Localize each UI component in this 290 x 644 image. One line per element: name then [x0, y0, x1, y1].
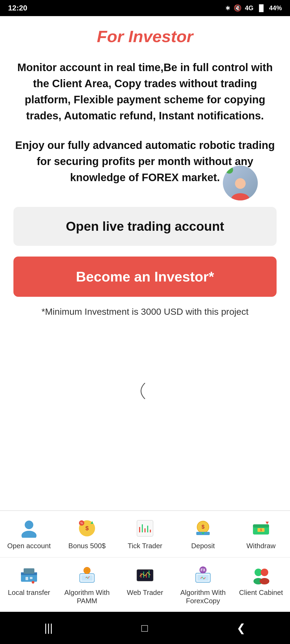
deposit-icon: $ — [192, 518, 214, 539]
status-time: 12:20 — [8, 4, 27, 12]
battery-icon: 44% — [269, 4, 282, 12]
svg-rect-28 — [26, 577, 28, 580]
svg-rect-21 — [253, 524, 269, 528]
algorithm-pamm-icon — [76, 564, 98, 586]
bottom-navigation: Open account $ % Bonus 500$ — [0, 510, 290, 612]
web-trader-icon — [134, 564, 156, 586]
web-trader-label: Web Trader — [127, 588, 163, 597]
svg-text:$: $ — [85, 525, 89, 532]
local-transfer-label: Local transfer — [8, 588, 50, 597]
algorithm-forexcopy-label: Algorithm With ForexCopy — [175, 588, 231, 605]
online-indicator — [226, 166, 233, 174]
svg-text:FX: FX — [201, 568, 206, 572]
network-icon: 4G — [245, 4, 253, 12]
nav-row-2: Local transfer Algorithm With PAMM — [0, 557, 290, 612]
svg-rect-32 — [81, 575, 93, 581]
bonus-label: Bonus 500$ — [68, 542, 106, 550]
system-navigation: ||| □ ❮ — [0, 612, 290, 644]
status-icons: ∗ 🔇 4G ▐▌ 44% — [225, 4, 282, 12]
svg-rect-29 — [30, 577, 32, 579]
svg-text:$: $ — [260, 528, 262, 532]
home-button[interactable]: □ — [142, 622, 148, 634]
nav-tick-trader[interactable]: Tick Trader — [116, 515, 174, 553]
tick-trader-icon — [134, 518, 156, 539]
svg-point-1 — [231, 193, 249, 200]
algorithm-forexcopy-icon: FX — [192, 564, 214, 586]
nav-bonus[interactable]: $ % Bonus 500$ — [58, 515, 116, 553]
menu-button[interactable]: ||| — [44, 622, 53, 634]
svg-point-3 — [25, 521, 33, 529]
svg-rect-37 — [137, 570, 153, 581]
nav-withdraw[interactable]: $ Withdraw — [232, 515, 290, 553]
curve-decoration — [13, 383, 277, 403]
become-investor-button[interactable]: Become an Investor* — [13, 257, 277, 297]
page-title: For Investor — [13, 27, 277, 46]
nav-web-trader[interactable]: Web Trader — [116, 562, 174, 608]
open-account-label: Open account — [7, 542, 51, 550]
svg-point-52 — [260, 578, 269, 584]
bluetooth-icon: ∗ — [225, 4, 230, 12]
nav-algorithm-forexcopy[interactable]: FX Algorithm With ForexCopy — [174, 562, 232, 608]
nav-local-transfer[interactable]: Local transfer — [0, 562, 58, 608]
svg-text:%: % — [80, 521, 83, 525]
nav-deposit[interactable]: $ Deposit — [174, 515, 232, 553]
back-button[interactable]: ❮ — [237, 622, 246, 634]
minimum-investment-note: *Minimum Investment is 3000 USD with thi… — [13, 305, 277, 319]
withdraw-icon: $ — [250, 518, 272, 539]
signal-icon: ▐▌ — [257, 4, 266, 12]
deposit-label: Deposit — [191, 542, 215, 550]
svg-rect-27 — [24, 568, 34, 574]
withdraw-label: Withdraw — [247, 542, 276, 550]
open-account-icon — [18, 518, 40, 539]
svg-point-30 — [32, 581, 34, 584]
main-content: For Investor Monitor account in real tim… — [0, 16, 290, 526]
tick-trader-label: Tick Trader — [128, 542, 162, 550]
mute-icon: 🔇 — [234, 4, 242, 12]
open-trading-button[interactable]: Open live trading account — [13, 207, 277, 246]
algorithm-pamm-label: Algorithm With PAMM — [59, 588, 115, 605]
client-cabinet-label: Client Cabinet — [239, 588, 283, 597]
bonus-icon: $ % — [76, 518, 98, 539]
nav-row-1: Open account $ % Bonus 500$ — [0, 511, 290, 557]
nav-open-account[interactable]: Open account — [0, 515, 58, 553]
nav-algorithm-pamm[interactable]: Algorithm With PAMM — [58, 562, 116, 608]
svg-text:$: $ — [201, 524, 204, 530]
svg-point-4 — [21, 531, 37, 538]
client-cabinet-icon — [250, 564, 272, 586]
status-bar: 12:20 ∗ 🔇 4G ▐▌ 44% — [0, 0, 290, 16]
description-1: Monitor account in real time,Be in full … — [13, 59, 277, 124]
svg-marker-24 — [266, 522, 269, 524]
svg-point-50 — [261, 569, 268, 576]
nav-client-cabinet[interactable]: Client Cabinet — [232, 562, 290, 608]
local-transfer-icon — [18, 564, 40, 586]
svg-point-2 — [235, 178, 245, 188]
chat-avatar[interactable] — [223, 166, 258, 200]
